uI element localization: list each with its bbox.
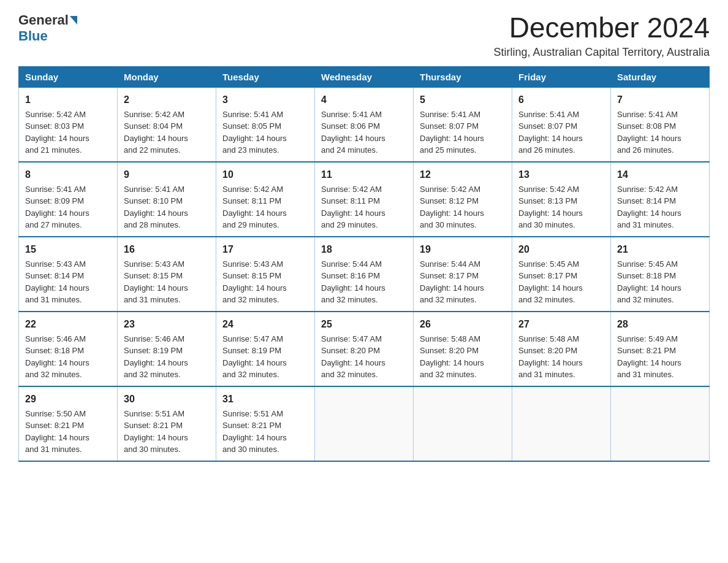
- day-number: 11: [321, 167, 407, 182]
- day-number: 5: [420, 93, 506, 107]
- table-row: 15Sunrise: 5:43 AMSunset: 8:14 PMDayligh…: [19, 237, 118, 312]
- day-info: Sunrise: 5:46 AMSunset: 8:19 PMDaylight:…: [124, 333, 210, 381]
- day-number: 16: [124, 242, 210, 257]
- table-row: 31Sunrise: 5:51 AMSunset: 8:21 PMDayligh…: [216, 386, 315, 461]
- day-info: Sunrise: 5:48 AMSunset: 8:20 PMDaylight:…: [518, 333, 604, 381]
- header-wednesday: Wednesday: [315, 66, 414, 87]
- header-monday: Monday: [118, 66, 216, 87]
- day-number: 3: [222, 93, 308, 107]
- table-row: 28Sunrise: 5:49 AMSunset: 8:21 PMDayligh…: [611, 312, 710, 386]
- day-number: 10: [222, 167, 308, 182]
- header-thursday: Thursday: [414, 66, 512, 87]
- table-row: 27Sunrise: 5:48 AMSunset: 8:20 PMDayligh…: [512, 312, 611, 386]
- day-info: Sunrise: 5:41 AMSunset: 8:10 PMDaylight:…: [124, 183, 210, 231]
- day-number: 15: [25, 242, 111, 257]
- day-number: 6: [518, 93, 604, 107]
- table-row: [611, 386, 710, 461]
- day-number: 20: [518, 242, 604, 257]
- logo: General Blue: [18, 12, 78, 44]
- day-number: 23: [124, 317, 210, 332]
- day-info: Sunrise: 5:41 AMSunset: 8:05 PMDaylight:…: [222, 109, 308, 156]
- day-number: 26: [420, 317, 506, 332]
- day-info: Sunrise: 5:42 AMSunset: 8:14 PMDaylight:…: [617, 183, 703, 231]
- table-row: 4Sunrise: 5:41 AMSunset: 8:06 PMDaylight…: [315, 87, 414, 162]
- day-number: 28: [617, 317, 703, 332]
- table-row: 23Sunrise: 5:46 AMSunset: 8:19 PMDayligh…: [118, 312, 216, 386]
- table-row: 14Sunrise: 5:42 AMSunset: 8:14 PMDayligh…: [611, 162, 710, 237]
- table-row: [414, 386, 512, 461]
- day-number: 19: [420, 242, 506, 257]
- calendar-header-row: Sunday Monday Tuesday Wednesday Thursday…: [19, 66, 710, 87]
- day-info: Sunrise: 5:43 AMSunset: 8:15 PMDaylight:…: [222, 258, 308, 306]
- day-info: Sunrise: 5:47 AMSunset: 8:20 PMDaylight:…: [321, 333, 407, 381]
- day-info: Sunrise: 5:42 AMSunset: 8:03 PMDaylight:…: [25, 109, 111, 156]
- table-row: [315, 386, 414, 461]
- day-info: Sunrise: 5:42 AMSunset: 8:04 PMDaylight:…: [124, 109, 210, 156]
- table-row: 19Sunrise: 5:44 AMSunset: 8:17 PMDayligh…: [414, 237, 512, 312]
- day-info: Sunrise: 5:42 AMSunset: 8:12 PMDaylight:…: [420, 183, 506, 231]
- day-number: 24: [222, 317, 308, 332]
- day-info: Sunrise: 5:51 AMSunset: 8:21 PMDaylight:…: [124, 408, 210, 456]
- day-number: 9: [124, 167, 210, 182]
- table-row: 18Sunrise: 5:44 AMSunset: 8:16 PMDayligh…: [315, 237, 414, 312]
- day-info: Sunrise: 5:49 AMSunset: 8:21 PMDaylight:…: [617, 333, 703, 381]
- day-number: 1: [25, 93, 111, 107]
- header-friday: Friday: [512, 66, 611, 87]
- header-saturday: Saturday: [611, 66, 710, 87]
- month-title: December 2024: [494, 12, 710, 44]
- header-tuesday: Tuesday: [216, 66, 315, 87]
- calendar-week-row: 8Sunrise: 5:41 AMSunset: 8:09 PMDaylight…: [19, 162, 710, 237]
- table-row: 8Sunrise: 5:41 AMSunset: 8:09 PMDaylight…: [19, 162, 118, 237]
- day-number: 13: [518, 167, 604, 182]
- day-info: Sunrise: 5:51 AMSunset: 8:21 PMDaylight:…: [222, 408, 308, 456]
- logo-blue-text: Blue: [18, 28, 48, 44]
- day-number: 17: [222, 242, 308, 257]
- logo-general-text: General: [18, 12, 69, 28]
- day-info: Sunrise: 5:41 AMSunset: 8:07 PMDaylight:…: [518, 109, 604, 156]
- day-number: 7: [617, 93, 703, 107]
- day-number: 22: [25, 317, 111, 332]
- calendar-week-row: 1Sunrise: 5:42 AMSunset: 8:03 PMDaylight…: [19, 87, 710, 162]
- table-row: 13Sunrise: 5:42 AMSunset: 8:13 PMDayligh…: [512, 162, 611, 237]
- calendar-week-row: 15Sunrise: 5:43 AMSunset: 8:14 PMDayligh…: [19, 237, 710, 312]
- table-row: 16Sunrise: 5:43 AMSunset: 8:15 PMDayligh…: [118, 237, 216, 312]
- day-info: Sunrise: 5:44 AMSunset: 8:16 PMDaylight:…: [321, 258, 407, 306]
- day-info: Sunrise: 5:41 AMSunset: 8:09 PMDaylight:…: [25, 183, 111, 231]
- day-info: Sunrise: 5:42 AMSunset: 8:11 PMDaylight:…: [321, 183, 407, 231]
- table-row: 12Sunrise: 5:42 AMSunset: 8:12 PMDayligh…: [414, 162, 512, 237]
- table-row: [512, 386, 611, 461]
- logo-arrow-icon: [70, 16, 77, 25]
- table-row: 22Sunrise: 5:46 AMSunset: 8:18 PMDayligh…: [19, 312, 118, 386]
- day-number: 8: [25, 167, 111, 182]
- table-row: 5Sunrise: 5:41 AMSunset: 8:07 PMDaylight…: [414, 87, 512, 162]
- title-block: December 2024 Stirling, Australian Capit…: [494, 12, 710, 59]
- day-number: 4: [321, 93, 407, 107]
- day-number: 30: [124, 392, 210, 407]
- calendar-week-row: 29Sunrise: 5:50 AMSunset: 8:21 PMDayligh…: [19, 386, 710, 461]
- day-info: Sunrise: 5:42 AMSunset: 8:13 PMDaylight:…: [518, 183, 604, 231]
- day-number: 31: [222, 392, 308, 407]
- table-row: 29Sunrise: 5:50 AMSunset: 8:21 PMDayligh…: [19, 386, 118, 461]
- page-header: General Blue December 2024 Stirling, Aus…: [18, 12, 710, 59]
- day-number: 21: [617, 242, 703, 257]
- day-info: Sunrise: 5:45 AMSunset: 8:17 PMDaylight:…: [518, 258, 604, 306]
- table-row: 6Sunrise: 5:41 AMSunset: 8:07 PMDaylight…: [512, 87, 611, 162]
- table-row: 1Sunrise: 5:42 AMSunset: 8:03 PMDaylight…: [19, 87, 118, 162]
- day-info: Sunrise: 5:42 AMSunset: 8:11 PMDaylight:…: [222, 183, 308, 231]
- calendar-table: Sunday Monday Tuesday Wednesday Thursday…: [18, 66, 710, 462]
- day-info: Sunrise: 5:45 AMSunset: 8:18 PMDaylight:…: [617, 258, 703, 306]
- day-number: 18: [321, 242, 407, 257]
- table-row: 17Sunrise: 5:43 AMSunset: 8:15 PMDayligh…: [216, 237, 315, 312]
- day-number: 29: [25, 392, 111, 407]
- day-info: Sunrise: 5:41 AMSunset: 8:06 PMDaylight:…: [321, 109, 407, 156]
- day-number: 14: [617, 167, 703, 182]
- table-row: 11Sunrise: 5:42 AMSunset: 8:11 PMDayligh…: [315, 162, 414, 237]
- table-row: 24Sunrise: 5:47 AMSunset: 8:19 PMDayligh…: [216, 312, 315, 386]
- day-number: 25: [321, 317, 407, 332]
- table-row: 10Sunrise: 5:42 AMSunset: 8:11 PMDayligh…: [216, 162, 315, 237]
- day-info: Sunrise: 5:43 AMSunset: 8:15 PMDaylight:…: [124, 258, 210, 306]
- location-subtitle: Stirling, Australian Capital Territory, …: [494, 46, 710, 59]
- day-info: Sunrise: 5:41 AMSunset: 8:08 PMDaylight:…: [617, 109, 703, 156]
- table-row: 26Sunrise: 5:48 AMSunset: 8:20 PMDayligh…: [414, 312, 512, 386]
- header-sunday: Sunday: [19, 66, 118, 87]
